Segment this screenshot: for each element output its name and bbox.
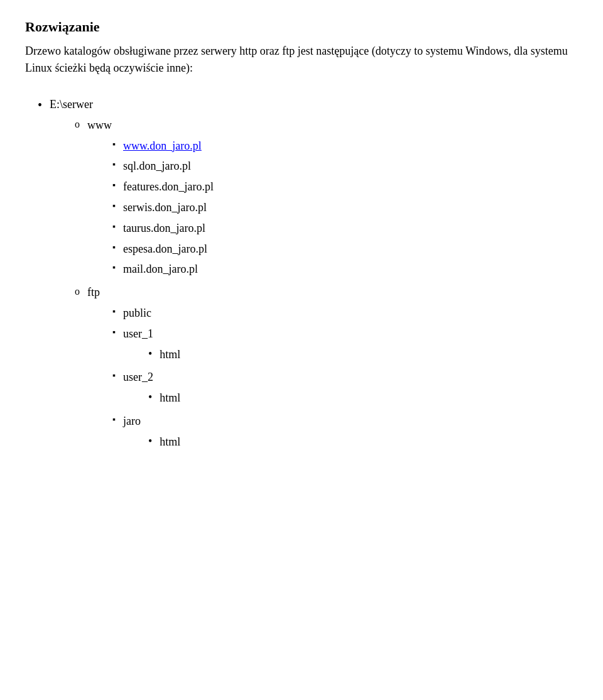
list-item: • html [148,389,180,407]
square-icon: ▪ [112,137,116,152]
square-icon: ▪ [112,412,116,427]
intro-paragraph: Drzewo katalogów obsługiwane przez serwe… [25,43,578,77]
square-icon: ▪ [112,157,116,172]
user2-html-label: html [160,389,180,407]
list-item: ▪ user_1 • html [112,325,180,366]
list-item: ▪ mail.don_jaro.pl [112,260,214,278]
mail-don-jaro-label: mail.don_jaro.pl [123,260,198,278]
list-item: • html [148,346,180,364]
user2-label: user_2 [123,371,153,383]
ftp-item: o ftp ▪ public ▪ [75,283,214,456]
bullet-disc-icon: • [38,96,42,114]
square-icon: ▪ [112,219,116,234]
user1-children: • html [123,346,180,364]
circle-icon-ftp: o [75,283,80,300]
tree-root-list: • E:\serwer o www ▪ www.don_jaro.pl [25,96,578,459]
www-children-list: ▪ www.don_jaro.pl ▪ sql.don_jaro.pl ▪ fe… [87,137,214,279]
list-item: • html [148,433,180,451]
sql-don-jaro-label: sql.don_jaro.pl [123,157,191,175]
list-item: ▪ serwis.don_jaro.pl [112,199,214,217]
list-item: ▪ jaro • html [112,412,180,454]
user1-html-label: html [160,346,180,364]
list-item: ▪ taurus.don_jaro.pl [112,219,214,238]
www-don-jaro-link[interactable]: www.don_jaro.pl [123,137,202,155]
ftp-children-list: ▪ public ▪ user_1 • [87,304,180,454]
jaro-label: jaro [123,415,141,427]
page-title: Rozwiązanie [25,19,578,35]
ftp-label: ftp [87,286,100,298]
disc-icon: • [148,433,152,450]
www-label: www [87,119,112,131]
espesa-don-jaro-label: espesa.don_jaro.pl [123,240,207,258]
list-item: ▪ user_2 • html [112,368,180,410]
list-item: ▪ features.don_jaro.pl [112,178,214,196]
tree-root-item: • E:\serwer o www ▪ www.don_jaro.pl [38,96,578,459]
list-item: ▪ public [112,304,180,322]
square-icon: ▪ [112,178,116,193]
www-item: o www ▪ www.don_jaro.pl ▪ sql.don_jaro.p… [75,116,214,281]
list-item: ▪ www.don_jaro.pl [112,137,214,155]
features-don-jaro-label: features.don_jaro.pl [123,178,214,196]
public-label: public [123,304,151,322]
square-icon: ▪ [112,240,116,255]
square-icon: ▪ [112,368,116,383]
disc-icon: • [148,389,152,406]
jaro-html-label: html [160,433,180,451]
square-icon: ▪ [112,304,116,319]
square-icon: ▪ [112,325,116,340]
square-icon: ▪ [112,260,116,275]
taurus-don-jaro-label: taurus.don_jaro.pl [123,219,205,238]
level2-list: o www ▪ www.don_jaro.pl ▪ sql.don_jaro.p… [50,116,214,456]
list-item: ▪ espesa.don_jaro.pl [112,240,214,258]
jaro-children: • html [123,433,180,451]
circle-icon-www: o [75,116,80,133]
list-item: ▪ sql.don_jaro.pl [112,157,214,175]
user1-label: user_1 [123,327,153,340]
root-label: E:\serwer [50,98,93,111]
user2-children: • html [123,389,180,407]
serwis-don-jaro-label: serwis.don_jaro.pl [123,199,207,217]
square-icon: ▪ [112,199,116,214]
disc-icon: • [148,346,152,363]
